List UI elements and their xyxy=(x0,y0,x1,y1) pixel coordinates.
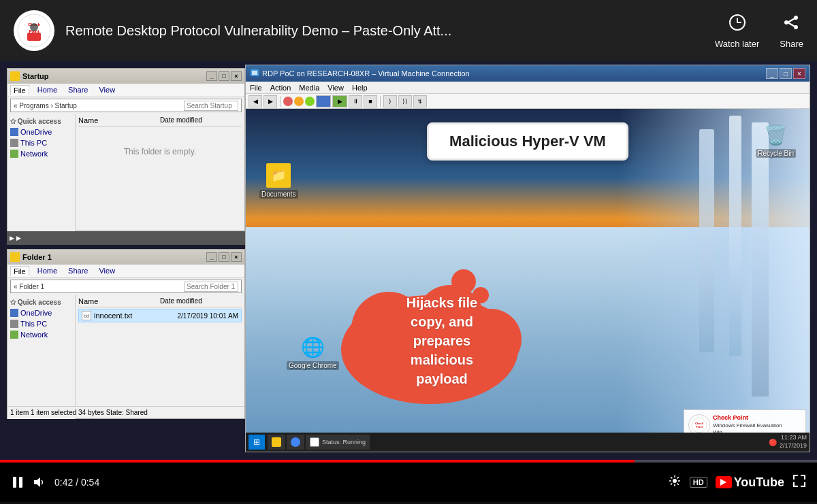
rdp-close-btn[interactable]: × xyxy=(793,68,805,79)
watch-later-button[interactable]: Watch later xyxy=(715,13,759,49)
col-name-header: Name xyxy=(78,116,160,124)
channel-logo[interactable]: Check Point xyxy=(14,10,54,51)
toolbar-btn3[interactable] xyxy=(305,97,315,106)
pause-icon xyxy=(11,475,25,489)
explorer-startup: Startup _ □ × File Home Share View « Pro… xyxy=(7,68,245,231)
rdp-menu-help[interactable]: Help xyxy=(352,84,368,92)
rdp-menu: File Action Media View Help xyxy=(246,82,810,94)
startup-address-bar[interactable]: « Programs › Startup xyxy=(10,99,242,112)
taskbar-item-3[interactable]: Status: Running xyxy=(306,435,370,450)
thispc-icon xyxy=(10,139,18,147)
taskbar-item-1[interactable] xyxy=(268,435,285,450)
close-btn[interactable]: × xyxy=(231,71,242,81)
fullscreen-icon xyxy=(792,474,806,488)
toolbar-btn5[interactable]: ▶ xyxy=(332,95,347,107)
svg-marker-24 xyxy=(34,477,40,487)
minimize-btn[interactable]: _ xyxy=(206,71,217,81)
ribbon-file[interactable]: File xyxy=(10,85,29,95)
toolbar-btn2[interactable] xyxy=(294,97,304,106)
folder1-thispc-icon xyxy=(10,320,18,328)
blob-text: Hijacks file copy, and prepares maliciou… xyxy=(387,293,496,388)
explorer-panels: Startup _ □ × File Home Share View « Pro… xyxy=(7,68,238,456)
toolbar-btn1[interactable] xyxy=(283,97,293,106)
blob-container: Hijacks file copy, and prepares maliciou… xyxy=(327,261,545,411)
folder1-onedrive-icon xyxy=(10,309,18,317)
hyperv-label-text: Malicious Hyper-V VM xyxy=(449,133,606,150)
folder1-content-pane: Name Date modified txt innocent.txt 2/17… xyxy=(76,295,244,419)
rdp-menu-view[interactable]: View xyxy=(327,84,344,92)
recycle-bin-icon[interactable]: 🗑️ Recycle Bin xyxy=(756,122,796,158)
rdp-title-icon xyxy=(250,69,259,78)
toolbar-btn7[interactable]: ■ xyxy=(364,95,377,107)
taskbar-chrome-icon xyxy=(291,437,300,447)
quick-access-label: ✩ Quick access xyxy=(10,116,72,127)
folder1-maximize-btn[interactable]: □ xyxy=(219,252,229,262)
folder1-address-bar[interactable]: « Folder 1 xyxy=(10,280,242,293)
settings-button[interactable] xyxy=(668,474,682,491)
folder1-ribbon-share[interactable]: Share xyxy=(65,266,91,276)
chrome-desktop-icon[interactable]: 🌐 Google Chrome xyxy=(287,335,339,370)
taskbar-file-label: Status: Running xyxy=(322,439,366,446)
network-icon xyxy=(10,150,18,158)
ribbon-share[interactable]: Share xyxy=(65,85,91,95)
rdp-desktop: Malicious Hyper-V VM Hijacks file co xyxy=(246,109,810,452)
chrome-label: Google Chrome xyxy=(287,361,339,370)
folder1-ribbon: File Home Share View xyxy=(7,265,244,278)
recycle-icon-img: 🗑️ xyxy=(764,122,788,147)
folder1-ribbon-view[interactable]: View xyxy=(96,266,118,276)
ribbon-view[interactable]: View xyxy=(96,85,118,95)
startup-titlebar: Startup _ □ × xyxy=(7,69,244,84)
fullscreen-button[interactable] xyxy=(792,474,806,491)
folder1-nav-onedrive[interactable]: OneDrive xyxy=(10,307,72,318)
toolbar-btn9[interactable]: ⟩⟩ xyxy=(398,95,412,107)
nav-thispc[interactable]: This PC xyxy=(10,137,72,148)
top-actions: Watch later Share xyxy=(715,13,803,49)
file-row-innocent[interactable]: txt innocent.txt 2/17/2019 10:01 AM xyxy=(78,309,242,322)
youtube-logo: YouTube xyxy=(716,475,784,490)
search-input-startup[interactable] xyxy=(184,101,238,111)
taskbar-tray-icons: 🔴 xyxy=(769,439,777,446)
folder1-close-btn[interactable]: × xyxy=(231,252,242,262)
documents-icon-img: 📁 xyxy=(266,163,291,188)
maximize-btn[interactable]: □ xyxy=(219,71,229,81)
toolbar-btn10[interactable]: ↯ xyxy=(413,95,427,107)
rdp-menu-media[interactable]: Media xyxy=(299,84,319,92)
top-bar: Check Point Remote Desktop Protocol Vuln… xyxy=(0,0,817,61)
nav-onedrive[interactable]: OneDrive xyxy=(10,127,72,137)
volume-button[interactable] xyxy=(33,475,46,489)
folder1-ribbon-home[interactable]: Home xyxy=(35,266,60,276)
taskbar-item-2[interactable] xyxy=(287,435,304,450)
toolbar-btn6[interactable]: ⏸ xyxy=(349,95,362,107)
folder1-nav-network[interactable]: Network xyxy=(10,329,72,340)
watch-later-icon xyxy=(728,13,747,36)
toolbar-back-btn[interactable]: ◀ xyxy=(249,95,262,107)
rdp-menu-action[interactable]: Action xyxy=(270,84,291,92)
folder1-icon xyxy=(10,252,20,262)
innocent-file-name: innocent.txt xyxy=(94,312,132,320)
taskbar-tray: 🔴 11:23 AM 2/17/2019 xyxy=(769,434,807,450)
folder1-minimize-btn[interactable]: _ xyxy=(206,252,217,262)
rdp-minimize-btn[interactable]: _ xyxy=(766,68,778,79)
toolbar-btn8[interactable]: ⟩ xyxy=(383,95,397,107)
folder1-nav-thispc[interactable]: This PC xyxy=(10,318,72,329)
documents-label: Documents xyxy=(259,190,298,199)
ice-col-2 xyxy=(729,116,741,356)
separator-label: ▶ ▶ xyxy=(10,235,21,241)
taskbar-start-btn[interactable]: ⊞ xyxy=(249,435,265,450)
nav-network[interactable]: Network xyxy=(10,148,72,159)
rdp-maximize-btn[interactable]: □ xyxy=(780,68,792,79)
youtube-play-triangle xyxy=(720,479,726,486)
svg-rect-12 xyxy=(252,71,257,75)
toolbar-btn4[interactable] xyxy=(316,95,331,107)
pause-button[interactable] xyxy=(11,475,25,489)
svg-point-8 xyxy=(794,16,798,20)
folder1-ribbon-file[interactable]: File xyxy=(10,266,29,276)
rdp-win-controls: _ □ × xyxy=(766,68,805,79)
toolbar-fwd-btn[interactable]: ▶ xyxy=(263,95,277,107)
share-button[interactable]: Share xyxy=(780,13,803,49)
search-input-folder1[interactable] xyxy=(184,282,238,292)
rdp-titlebar: RDP PoC on RESEARCH-08XR – Virtual Machi… xyxy=(246,65,810,82)
rdp-menu-file[interactable]: File xyxy=(250,84,262,92)
ribbon-home[interactable]: Home xyxy=(35,85,60,95)
documents-desktop-icon[interactable]: 📁 Documents xyxy=(259,163,298,199)
